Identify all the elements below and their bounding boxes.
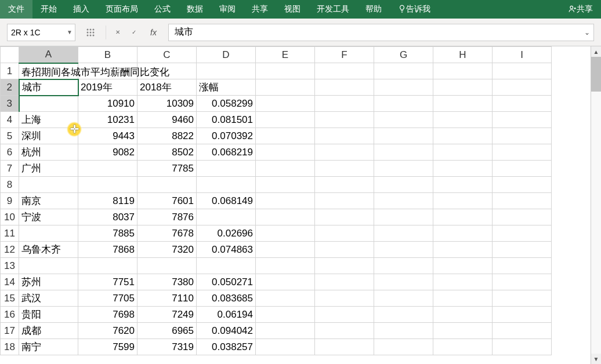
cell-F4[interactable] — [315, 112, 374, 128]
col-header-G[interactable]: G — [374, 47, 433, 63]
cell-G16[interactable] — [374, 307, 433, 323]
cell-C17[interactable]: 6965 — [137, 323, 197, 339]
col-header-B[interactable]: B — [78, 47, 137, 63]
cell-B18[interactable]: 7599 — [78, 339, 137, 355]
cell-B16[interactable]: 7698 — [78, 307, 137, 323]
cell-G7[interactable] — [374, 161, 433, 177]
cell-H12[interactable] — [433, 242, 493, 258]
cell-C3[interactable]: 10309 — [137, 96, 197, 112]
ribbon-view[interactable]: 视图 — [276, 0, 309, 19]
row-header-13[interactable]: 13 — [1, 258, 19, 274]
name-box[interactable]: 2R x 1C ▼ — [7, 24, 75, 41]
cell-G11[interactable] — [374, 225, 433, 242]
confirm-icon[interactable]: ✓ — [129, 29, 139, 35]
cell-F3[interactable] — [315, 96, 374, 112]
cell-B7[interactable] — [78, 161, 137, 177]
col-header-D[interactable]: D — [197, 47, 256, 63]
formula-input[interactable]: 城市 ⌄ — [168, 24, 594, 41]
cell-A8[interactable] — [19, 177, 78, 193]
cell-F14[interactable] — [315, 274, 374, 290]
cell-F7[interactable] — [315, 161, 374, 177]
cell-E2[interactable] — [256, 79, 315, 96]
row-header-9[interactable]: 9 — [1, 193, 19, 209]
ribbon-layout[interactable]: 页面布局 — [97, 0, 146, 19]
cell-G13[interactable] — [374, 258, 433, 274]
fx-icon[interactable]: fx — [146, 28, 161, 37]
cell-H13[interactable] — [433, 258, 493, 274]
cell-B9[interactable]: 8119 — [78, 193, 137, 209]
ribbon-share-tab[interactable]: 共享 — [244, 0, 276, 19]
cell-E11[interactable] — [256, 225, 315, 242]
cell-I2[interactable] — [493, 79, 552, 96]
grid[interactable]: ABCDEFGHI1春招期间各城市平均薪酬同比变化2城市2019年2018年涨幅… — [0, 46, 552, 355]
cancel-icon[interactable]: ✕ — [113, 29, 122, 35]
cell-I15[interactable] — [493, 290, 552, 307]
cell-I7[interactable] — [493, 161, 552, 177]
cell-F6[interactable] — [315, 144, 374, 161]
ribbon-insert[interactable]: 插入 — [65, 0, 97, 19]
cell-H2[interactable] — [433, 79, 493, 96]
cell-C8[interactable] — [137, 177, 197, 193]
cell-E6[interactable] — [256, 144, 315, 161]
share-button[interactable]: 共享 — [560, 0, 601, 19]
row-header-10[interactable]: 10 — [1, 209, 19, 225]
cell-F15[interactable] — [315, 290, 374, 307]
cell-H17[interactable] — [433, 323, 493, 339]
cell-C15[interactable]: 7110 — [137, 290, 197, 307]
cell-F5[interactable] — [315, 128, 374, 144]
cell-A5[interactable]: 深圳 — [19, 128, 78, 144]
row-header-3[interactable]: 3 — [1, 96, 19, 112]
cell-C13[interactable] — [137, 258, 197, 274]
cell-A14[interactable]: 苏州 — [19, 274, 78, 290]
cell-F18[interactable] — [315, 339, 374, 355]
cell-I14[interactable] — [493, 274, 552, 290]
cell-D1[interactable] — [197, 63, 256, 79]
cell-B5[interactable]: 9443 — [78, 128, 137, 144]
cell-H11[interactable] — [433, 225, 493, 242]
cell-H6[interactable] — [433, 144, 493, 161]
cell-F2[interactable] — [315, 79, 374, 96]
cell-A7[interactable]: 广州 — [19, 161, 78, 177]
cell-B10[interactable]: 8037 — [78, 209, 137, 225]
cell-E15[interactable] — [256, 290, 315, 307]
row-header-2[interactable]: 2 — [1, 79, 19, 96]
cell-D2[interactable]: 涨幅 — [197, 79, 256, 96]
cell-B12[interactable]: 7868 — [78, 242, 137, 258]
cell-I4[interactable] — [493, 112, 552, 128]
cell-F11[interactable] — [315, 225, 374, 242]
cell-D11[interactable]: 0.02696 — [197, 225, 256, 242]
cell-D13[interactable] — [197, 258, 256, 274]
row-header-14[interactable]: 14 — [1, 274, 19, 290]
ribbon-formula[interactable]: 公式 — [146, 0, 179, 19]
cell-E18[interactable] — [256, 339, 315, 355]
cell-I11[interactable] — [493, 225, 552, 242]
cell-C18[interactable]: 7319 — [137, 339, 197, 355]
vertical-scrollbar[interactable]: ▲ ▼ — [591, 46, 601, 364]
cell-A1[interactable]: 春招期间各城市平均薪酬同比变化 — [19, 63, 78, 79]
cell-B2[interactable]: 2019年 — [78, 79, 137, 96]
cell-B15[interactable]: 7705 — [78, 290, 137, 307]
cell-I8[interactable] — [493, 177, 552, 193]
cell-E3[interactable] — [256, 96, 315, 112]
cell-H4[interactable] — [433, 112, 493, 128]
cell-H1[interactable] — [433, 63, 493, 79]
cell-F1[interactable] — [315, 63, 374, 79]
cell-E14[interactable] — [256, 274, 315, 290]
row-header-18[interactable]: 18 — [1, 339, 19, 355]
cell-H10[interactable] — [433, 209, 493, 225]
cell-I9[interactable] — [493, 193, 552, 209]
cell-A2[interactable]: 城市 — [19, 79, 78, 96]
cell-C14[interactable]: 7380 — [137, 274, 197, 290]
tell-me-button[interactable]: 告诉我 — [390, 0, 439, 19]
cell-I6[interactable] — [493, 144, 552, 161]
cell-A3[interactable] — [19, 96, 78, 112]
col-header-E[interactable]: E — [256, 47, 315, 63]
cell-A12[interactable]: 乌鲁木齐 — [19, 242, 78, 258]
col-header-C[interactable]: C — [137, 47, 197, 63]
cell-D16[interactable]: 0.06194 — [197, 307, 256, 323]
cell-E9[interactable] — [256, 193, 315, 209]
cell-C6[interactable]: 8502 — [137, 144, 197, 161]
cell-H8[interactable] — [433, 177, 493, 193]
cell-G10[interactable] — [374, 209, 433, 225]
cell-G17[interactable] — [374, 323, 433, 339]
